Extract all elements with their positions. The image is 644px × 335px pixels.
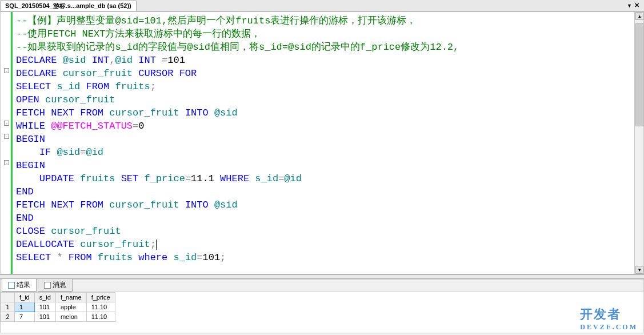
tab-dropdown-icon[interactable]: ▼ xyxy=(627,3,632,9)
results-panel: 结果 消息 f_ids_idf_namef_price 11101apple11… xyxy=(0,279,644,333)
editor-container: ---- --【例】声明整型变量@sid=101,然后声明一个对fruits表进… xyxy=(0,11,644,274)
tab-messages[interactable]: 消息 xyxy=(38,278,73,292)
column-header[interactable]: f_name xyxy=(55,293,86,302)
table-cell[interactable]: melon xyxy=(55,312,86,322)
splitter-handle-icon xyxy=(314,276,331,278)
code-line: SELECT s_id FROM fruits; xyxy=(16,80,631,93)
close-icon[interactable]: ✕ xyxy=(634,2,639,9)
code-line: --【例】声明整型变量@sid=101,然后声明一个对fruits表进行操作的游… xyxy=(16,14,631,27)
results-table: f_ids_idf_namef_price 11101apple11.10271… xyxy=(1,292,115,322)
code-line: END xyxy=(16,185,631,198)
code-line: END xyxy=(16,212,631,225)
code-line: WHILE @@FETCH_STATUS=0 xyxy=(16,119,631,133)
code-line: DECLARE cursor_fruit CURSOR FOR xyxy=(16,67,631,80)
table-cell[interactable]: apple xyxy=(55,302,86,312)
tab-bar: SQL_20150504_游标.s...ample_db (sa (52)) ▼… xyxy=(0,0,644,11)
row-header-blank xyxy=(1,293,15,302)
code-line: OPEN cursor_fruit xyxy=(16,93,631,106)
code-line: DEALLOCATE cursor_fruit; xyxy=(16,238,631,251)
fold-column: ---- xyxy=(3,12,11,274)
code-line: --如果获取到的记录的s_id的字段值与@sid值相同，将s_id=@sid的记… xyxy=(16,41,631,54)
code-line: FETCH NEXT FROM cursor_fruit INTO @sid xyxy=(16,106,631,119)
fold-marker[interactable]: - xyxy=(4,160,9,165)
table-cell[interactable]: 101 xyxy=(34,312,55,322)
column-header[interactable]: s_id xyxy=(34,293,55,302)
row-number[interactable]: 2 xyxy=(1,312,15,322)
code-line: CLOSE cursor_fruit xyxy=(16,225,631,238)
table-cell[interactable]: 7 xyxy=(15,312,35,322)
tab-controls: ▼ ✕ xyxy=(622,2,644,9)
code-editor[interactable]: --【例】声明整型变量@sid=101,然后声明一个对fruits表进行操作的游… xyxy=(13,12,634,274)
table-cell[interactable]: 101 xyxy=(34,302,55,312)
table-row[interactable]: 27101melon11.10 xyxy=(1,312,115,322)
code-line: --使用FETCH NEXT方法来获取游标中的每一行的数据， xyxy=(16,27,631,41)
grid-icon xyxy=(8,282,15,289)
fold-marker[interactable]: - xyxy=(4,68,9,73)
scroll-down-icon[interactable]: ▾ xyxy=(635,266,643,274)
code-line: FETCH NEXT FROM cursor_fruit INTO @sid xyxy=(16,198,631,212)
results-tabs: 结果 消息 xyxy=(1,280,643,292)
table-cell[interactable]: 11.10 xyxy=(86,312,115,322)
code-line: IF @sid=@id xyxy=(16,146,631,159)
document-tab[interactable]: SQL_20150504_游标.s...ample_db (sa (52)) xyxy=(0,1,137,11)
tab-messages-label: 消息 xyxy=(53,280,66,290)
column-header[interactable]: f_id xyxy=(15,293,35,302)
message-icon xyxy=(44,282,51,289)
vertical-scrollbar[interactable]: ▴ ▾ xyxy=(634,12,643,274)
tab-results-label: 结果 xyxy=(17,280,30,290)
code-line: DECLARE @sid INT,@id INT =101 xyxy=(16,54,631,67)
column-header[interactable]: f_price xyxy=(86,293,115,302)
tab-results[interactable]: 结果 xyxy=(2,278,37,292)
splitter[interactable] xyxy=(0,274,644,279)
row-number[interactable]: 1 xyxy=(1,302,15,312)
results-grid[interactable]: f_ids_idf_namef_price 11101apple11.10271… xyxy=(1,292,643,333)
table-row[interactable]: 11101apple11.10 xyxy=(1,302,115,312)
code-line: BEGIN xyxy=(16,159,631,172)
fold-marker[interactable]: - xyxy=(4,121,9,126)
fold-marker[interactable]: - xyxy=(4,134,9,139)
table-cell[interactable]: 1 xyxy=(15,302,35,312)
code-line: BEGIN xyxy=(16,133,631,146)
scroll-thumb[interactable] xyxy=(635,23,643,126)
scroll-up-icon[interactable]: ▴ xyxy=(635,12,643,20)
table-cell[interactable]: 11.10 xyxy=(86,302,115,312)
code-line: SELECT * FROM fruits where s_id=101; xyxy=(16,251,631,264)
code-line: UPDATE fruits SET f_price=11.1 WHERE s_i… xyxy=(16,172,631,185)
